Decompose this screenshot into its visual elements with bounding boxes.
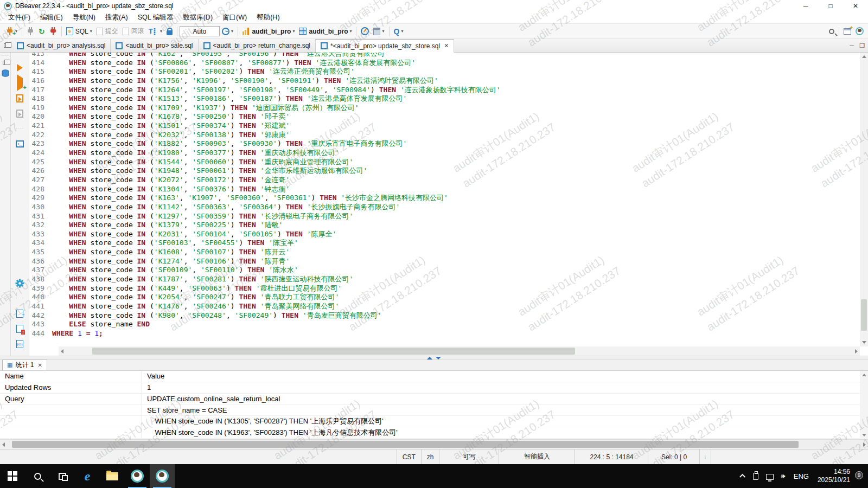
- taskbar-search-button[interactable]: [25, 464, 50, 488]
- clock-button[interactable]: 14:56 2025/10/21: [813, 468, 854, 484]
- lock-button[interactable]: [165, 27, 174, 36]
- menu-navigate[interactable]: 导航(N): [68, 12, 100, 23]
- rollback-button[interactable]: 回滚: [121, 25, 146, 37]
- status-insert-mode[interactable]: 智能插入: [499, 450, 575, 464]
- results-vertical-scrollbar[interactable]: [860, 371, 868, 439]
- database-selector[interactable]: audit_bi_pro▾: [297, 27, 353, 36]
- output-log-button[interactable]: (ω): [11, 336, 29, 351]
- tray-expand-button[interactable]: [737, 474, 749, 478]
- scroll-down-icon[interactable]: [862, 341, 866, 344]
- menu-edit[interactable]: 编辑(E): [35, 12, 68, 23]
- tab-close-icon[interactable]: ✕: [37, 362, 42, 368]
- scrollbar-thumb[interactable]: [861, 299, 867, 331]
- start-button[interactable]: [0, 464, 25, 488]
- commit-button[interactable]: 提交: [95, 25, 120, 37]
- dbeaver-perspective-button[interactable]: [854, 26, 865, 36]
- menu-window[interactable]: 窗口(W): [218, 12, 252, 23]
- restore-panels-icon[interactable]: [4, 43, 9, 48]
- table-row[interactable]: QueryUPDATE custom_online_sale_return_lo…: [0, 394, 860, 405]
- open-console-button[interactable]: ›_: [11, 136, 29, 151]
- scroll-right-icon[interactable]: [863, 442, 866, 447]
- scroll-down-icon[interactable]: [862, 434, 866, 436]
- tab-update-sbz-store-sql[interactable]: *<audit_bi_pro> update_sbz_store.sql ✕: [316, 39, 454, 53]
- splitter-down-icon[interactable]: [436, 357, 441, 359]
- usb-tray-button[interactable]: [749, 473, 762, 480]
- volume-tray-button[interactable]: 🕪: [777, 472, 789, 480]
- tab-statistics[interactable]: ▦ 统计 1 ✕: [2, 359, 47, 370]
- table-row[interactable]: WHEN store_code IN ('K1963', 'SF00283') …: [0, 427, 860, 439]
- horizontal-scrollbar[interactable]: [59, 346, 860, 356]
- perspective-button[interactable]: [842, 27, 853, 36]
- minimize-button[interactable]: ─: [793, 0, 818, 12]
- tasks-button[interactable]: ▾: [372, 27, 386, 36]
- status-timezone[interactable]: CST: [397, 450, 421, 464]
- menu-sql-editor[interactable]: SQL 编辑器: [133, 12, 178, 23]
- scrollbar-thumb[interactable]: [92, 348, 575, 355]
- sql-editor[interactable]: 413 WHEN store_code IN ('K162', 'SF00195…: [29, 53, 868, 356]
- status-grip[interactable]: ⁞: [699, 450, 711, 464]
- execute-new-tab-button[interactable]: +: [11, 75, 29, 91]
- sql-editor-button[interactable]: s SQL▾: [65, 26, 94, 36]
- tab-return-change-sql[interactable]: <audit_bi_pro> return_change.sql: [199, 39, 316, 52]
- input-language-button[interactable]: ENG: [789, 472, 813, 480]
- database-navigator-icon[interactable]: [1, 69, 10, 80]
- vertical-scrollbar[interactable]: [860, 53, 868, 346]
- scroll-right-icon[interactable]: [855, 349, 858, 354]
- reconnect-button[interactable]: ↻: [37, 26, 47, 37]
- scroll-up-icon[interactable]: [862, 55, 866, 58]
- scroll-left-icon[interactable]: [2, 442, 5, 447]
- code-line: 419 WHEN store_code IN ('K1709', 'K1937'…: [29, 104, 860, 113]
- panel-splitter[interactable]: [0, 356, 868, 360]
- table-row[interactable]: WHEN store_code IN ('K1305', 'SF00287') …: [0, 416, 860, 427]
- restore-panel-icon[interactable]: [3, 61, 8, 65]
- execute-script-button[interactable]: [11, 91, 29, 106]
- tab-close-icon[interactable]: ✕: [444, 42, 449, 49]
- column-header-value[interactable]: Value: [142, 372, 164, 380]
- transaction-log-button[interactable]: T⡇▾: [147, 26, 164, 36]
- maximize-button[interactable]: □: [818, 0, 843, 12]
- status-caret-position[interactable]: 224 : 5 : 14184: [575, 450, 648, 464]
- explain-plan-button[interactable]: [11, 106, 29, 121]
- tab-sale-sql[interactable]: <audit_bi_pro> sale.sql: [111, 39, 198, 52]
- menu-database[interactable]: 数据库(D): [178, 12, 218, 23]
- new-connection-button[interactable]: + ▾: [4, 26, 19, 36]
- quick-search-button[interactable]: [827, 28, 836, 35]
- code-line: 443 ELSE store_name END: [29, 320, 860, 329]
- tab-analysis-sql[interactable]: <audit_bi_pro> analysis.sql: [12, 39, 111, 52]
- tx-timeout-button[interactable]: ▾: [220, 27, 235, 36]
- status-writable[interactable]: 可写: [439, 450, 499, 464]
- scroll-up-icon[interactable]: [862, 374, 866, 376]
- connect-button[interactable]: [25, 26, 36, 36]
- scrollbar-thumb[interactable]: [12, 441, 799, 448]
- menu-search[interactable]: 搜索(A): [100, 12, 133, 23]
- execute-statement-button[interactable]: [11, 60, 29, 75]
- table-row[interactable]: SET store_name = CASE: [0, 404, 860, 416]
- code-area[interactable]: 413 WHEN store_code IN ('K162', 'SF00195…: [29, 53, 860, 338]
- connection-selector[interactable]: audit_bi_pro▾: [241, 27, 297, 36]
- settings-button[interactable]: [11, 275, 29, 291]
- dbeaver-taskbar-button[interactable]: [125, 464, 150, 488]
- task-view-button[interactable]: [50, 464, 75, 488]
- export-result-button[interactable]: [11, 306, 29, 321]
- scroll-left-icon[interactable]: [61, 349, 63, 354]
- table-row[interactable]: Updated Rows1: [0, 382, 860, 394]
- menu-file[interactable]: 文件(F): [3, 12, 35, 23]
- splitter-up-icon[interactable]: [427, 357, 432, 359]
- disconnect-button[interactable]: [48, 26, 59, 36]
- status-language[interactable]: zh: [421, 450, 439, 464]
- file-explorer-button[interactable]: [100, 464, 125, 488]
- menu-help[interactable]: 帮助(H): [252, 12, 284, 23]
- maximize-view-icon[interactable]: ❒: [859, 42, 865, 49]
- column-header-name[interactable]: Name: [0, 371, 142, 382]
- close-button[interactable]: ✕: [843, 0, 868, 12]
- error-log-button[interactable]: [11, 321, 29, 336]
- commit-mode-select[interactable]: Auto: [180, 26, 220, 36]
- results-horizontal-scrollbar[interactable]: [0, 439, 868, 449]
- search-button[interactable]: Q▾: [392, 26, 405, 37]
- code-line: 439 WHEN store_code IN ('K449', 'SF00063…: [29, 284, 860, 293]
- minimize-view-icon[interactable]: ─: [850, 42, 854, 49]
- dbeaver-taskbar-button-active[interactable]: [150, 464, 175, 488]
- internet-explorer-button[interactable]: e: [75, 464, 100, 488]
- dashboard-button[interactable]: [359, 26, 371, 36]
- network-tray-button[interactable]: [762, 473, 777, 480]
